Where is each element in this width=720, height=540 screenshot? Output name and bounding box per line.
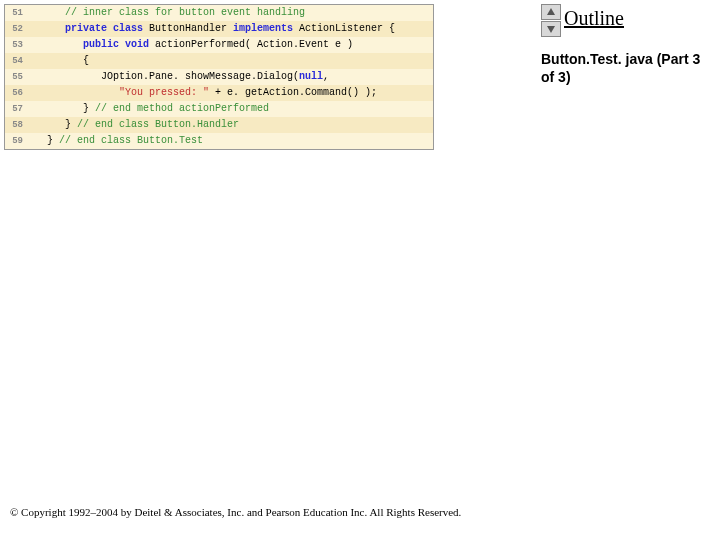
outline-title: Outline <box>564 4 624 30</box>
code-content: "You pressed: " + e. getAction.Command()… <box>29 85 377 101</box>
code-line: 58 } // end class Button.Handler <box>5 117 433 133</box>
code-line: 51 // inner class for button event handl… <box>5 5 433 21</box>
code-content: } // end class Button.Test <box>29 133 203 149</box>
nav-button-group <box>541 4 561 37</box>
copyright-text: © Copyright 1992–2004 by Deitel & Associ… <box>10 506 461 518</box>
svg-marker-1 <box>547 26 555 33</box>
line-number: 54 <box>5 53 29 69</box>
triangle-up-icon <box>546 3 556 21</box>
triangle-down-icon <box>546 20 556 38</box>
svg-marker-0 <box>547 8 555 15</box>
line-number: 51 <box>5 5 29 21</box>
line-number: 58 <box>5 117 29 133</box>
code-line: 59 } // end class Button.Test <box>5 133 433 149</box>
code-line: 57 } // end method actionPerformed <box>5 101 433 117</box>
line-number: 53 <box>5 37 29 53</box>
code-content: public void actionPerformed( Action.Even… <box>29 37 353 53</box>
nav-down-button[interactable] <box>541 21 561 37</box>
line-number: 55 <box>5 69 29 85</box>
outline-sidebar: Outline Button.Test. java (Part 3 of 3) <box>541 4 716 86</box>
code-content: } // end method actionPerformed <box>29 101 269 117</box>
code-content: { <box>29 53 89 69</box>
line-number: 56 <box>5 85 29 101</box>
nav-up-button[interactable] <box>541 4 561 20</box>
line-number: 59 <box>5 133 29 149</box>
outline-header: Outline <box>541 4 716 37</box>
code-line: 54 { <box>5 53 433 69</box>
code-content: } // end class Button.Handler <box>29 117 239 133</box>
code-line: 52 private class ButtonHandler implement… <box>5 21 433 37</box>
code-panel: 51 // inner class for button event handl… <box>4 4 434 150</box>
code-content: // inner class for button event handling <box>29 5 305 21</box>
file-label: Button.Test. java (Part 3 of 3) <box>541 51 716 86</box>
code-line: 55 JOption.Pane. showMessage.Dialog(null… <box>5 69 433 85</box>
code-line: 56 "You pressed: " + e. getAction.Comman… <box>5 85 433 101</box>
line-number: 57 <box>5 101 29 117</box>
code-content: private class ButtonHandler implements A… <box>29 21 395 37</box>
line-number: 52 <box>5 21 29 37</box>
code-content: JOption.Pane. showMessage.Dialog(null, <box>29 69 329 85</box>
code-line: 53 public void actionPerformed( Action.E… <box>5 37 433 53</box>
